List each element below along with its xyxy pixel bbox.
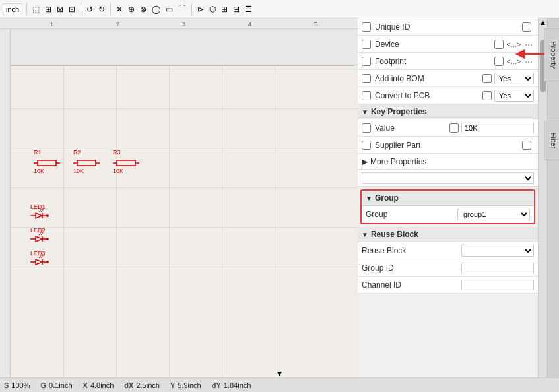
reuseblock-select[interactable] [461, 245, 534, 257]
more-properties-label: More Properties [370, 157, 426, 166]
groupid-input[interactable] [461, 263, 534, 273]
toolbar-icon-9[interactable]: ⊗ [139, 3, 148, 15]
toolbar-icon-15[interactable]: ⊞ [220, 3, 229, 15]
svg-rect-12 [117, 160, 135, 166]
footprint-vis-checkbox[interactable] [494, 57, 504, 66]
scrollbar-up[interactable]: ▲ [539, 18, 547, 26]
toolbar-separator4 [191, 3, 192, 15]
toolbar-icon-14[interactable]: ⬡ [208, 3, 217, 15]
toolbar-icon-1[interactable]: ⬚ [31, 3, 41, 15]
toolbar-separator3 [110, 3, 111, 15]
canvas-area[interactable]: 1 2 3 4 5 [0, 18, 358, 377]
status-dy: dY 1.84inch [212, 381, 251, 389]
property-tab[interactable]: Property [544, 28, 559, 81]
ruler-mark-5: 5 [314, 21, 317, 28]
more-properties-row[interactable]: ▶ More Properties [358, 154, 538, 170]
svg-marker-25 [36, 236, 42, 242]
convertpcb-vis-checkbox[interactable] [482, 91, 492, 100]
footprint-checkbox[interactable] [362, 57, 371, 66]
value-vis-checkbox[interactable] [449, 123, 459, 133]
status-bar: S 100% G 0.1inch X 4.8inch dX 2.5inch Y … [0, 377, 559, 392]
group-section-header[interactable]: ▼ Group [362, 191, 534, 206]
toolbar-icon-3[interactable]: ⊠ [55, 3, 65, 15]
svg-text:LED3: LED3 [30, 250, 46, 257]
device-label: Device [375, 40, 494, 49]
schematic-svg: R1 10K R2 10K R3 10K [11, 29, 358, 377]
right-panel-container: Unique ID Device <...> ··· Footprint <..… [358, 18, 559, 377]
scrollbar-down[interactable]: ▼ [0, 370, 559, 377]
canvas-content[interactable]: R1 10K R2 10K R3 10K [11, 29, 358, 377]
group-header-label: Group [375, 193, 399, 203]
empty-select[interactable] [362, 172, 534, 184]
supplierpart-checkbox[interactable] [362, 141, 371, 150]
addbom-label: Add into BOM [375, 74, 482, 83]
convertpcb-select[interactable]: Yes No [494, 90, 534, 102]
property-row-convertpcb: Convert to PCB Yes No [358, 87, 538, 104]
property-row-group: Group group1 [362, 206, 534, 223]
value-input[interactable] [461, 123, 534, 133]
ruler-mark-2: 2 [116, 21, 119, 28]
footprint-menu-btn[interactable]: ··· [523, 56, 534, 67]
uniqueid-label: Unique ID [375, 22, 522, 32]
toolbar-icon-7[interactable]: ✕ [115, 3, 124, 15]
svg-point-31 [46, 238, 49, 240]
toolbar-icon-4[interactable]: ⊡ [67, 3, 77, 15]
uniqueid-checkbox[interactable] [362, 22, 371, 32]
addbom-vis-checkbox[interactable] [482, 74, 492, 83]
toolbar-icon-13[interactable]: ⊳ [196, 3, 205, 15]
ruler-mark-4: 4 [248, 21, 251, 28]
channelid-label: Channel ID [362, 280, 461, 290]
uniqueid-vis-checkbox[interactable] [522, 22, 531, 32]
filter-tab[interactable]: Filter [544, 121, 559, 160]
unit-selector[interactable]: inch [3, 3, 22, 15]
reuse-section-header[interactable]: ▼ Reuse Block [358, 227, 538, 242]
toolbar-icon-6[interactable]: ↻ [97, 3, 106, 15]
svg-rect-7 [77, 160, 96, 166]
toolbar-icon-5[interactable]: ↺ [85, 3, 94, 15]
key-properties-header[interactable]: ▼ Key Properties [358, 104, 538, 119]
toolbar-icon-10[interactable]: ◯ [150, 3, 162, 15]
toolbar-icon-11[interactable]: ▭ [164, 3, 174, 15]
grid-key: G [40, 381, 46, 389]
property-row-channelid: Channel ID [358, 277, 538, 294]
device-checkbox[interactable] [362, 40, 371, 49]
toolbar-icon-17[interactable]: ☰ [244, 3, 253, 15]
convertpcb-checkbox[interactable] [362, 91, 371, 100]
value-checkbox[interactable] [362, 123, 371, 133]
main-area: 1 2 3 4 5 [0, 18, 559, 377]
addbom-checkbox[interactable] [362, 74, 371, 83]
property-row-reuseblock: Reuse Block [358, 242, 538, 259]
groupid-label: Group ID [362, 263, 461, 273]
key-properties-label: Key Properties [371, 107, 427, 116]
key-properties-arrow: ▼ [362, 108, 368, 115]
ruler-vertical [0, 29, 11, 377]
property-row-supplierpart: Supplier Part [358, 137, 538, 154]
toolbar-icon-12[interactable]: ⌒ [177, 2, 187, 16]
toolbar: inch ⬚ ⊞ ⊠ ⊡ ↺ ↻ ✕ ⊕ ⊗ ◯ ▭ ⌒ ⊳ ⬡ ⊞ ⊟ ☰ [0, 0, 559, 18]
toolbar-icon-16[interactable]: ⊟ [232, 3, 241, 15]
channelid-input[interactable] [461, 280, 534, 290]
svg-text:R2: R2 [73, 149, 81, 156]
scale-key: S [4, 381, 9, 389]
svg-text:10K: 10K [34, 168, 44, 174]
addbom-select[interactable]: Yes No [494, 73, 534, 84]
device-menu-btn[interactable]: ··· [523, 39, 534, 49]
toolbar-icon-2[interactable]: ⊞ [44, 3, 53, 15]
y-key: Y [170, 381, 175, 389]
supplierpart-label: Supplier Part [375, 141, 522, 150]
dx-val: 2.5inch [136, 381, 159, 389]
svg-point-23 [46, 214, 49, 217]
reuse-section: ▼ Reuse Block Reuse Block Group ID Chann… [358, 227, 538, 294]
group-select[interactable]: group1 [457, 209, 530, 220]
dy-key: dY [212, 381, 221, 389]
grid-val: 0.1inch [49, 381, 72, 389]
value-label: Value [375, 123, 449, 133]
dx-key: dX [124, 381, 133, 389]
toolbar-icon-8[interactable]: ⊕ [127, 3, 136, 15]
reuse-header-label: Reuse Block [371, 230, 418, 239]
y-val: 5.9inch [178, 381, 201, 389]
supplierpart-vis-checkbox[interactable] [522, 141, 531, 150]
property-row-value: Value [358, 119, 538, 137]
device-vis-checkbox[interactable] [494, 40, 504, 49]
status-dx: dX 2.5inch [124, 381, 160, 389]
